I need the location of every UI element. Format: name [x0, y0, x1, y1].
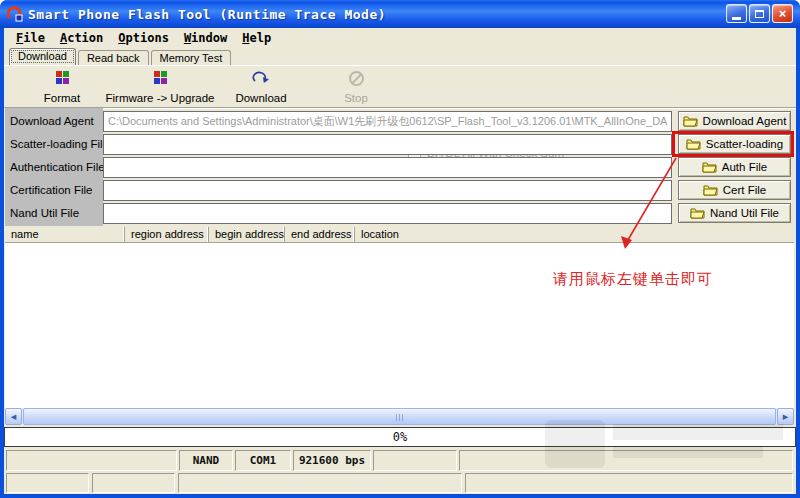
column-header-end-address[interactable]: end address	[285, 227, 355, 242]
folder-icon	[683, 115, 698, 127]
firmware-upgrade-label: Firmware -> Upgrade	[106, 92, 215, 104]
progress-bar: 0%	[4, 427, 796, 447]
minimize-button[interactable]	[726, 4, 747, 23]
stop-icon	[349, 71, 364, 86]
folder-icon	[703, 184, 718, 196]
folder-icon	[686, 138, 701, 150]
menu-item-help[interactable]: Help	[239, 30, 274, 46]
horizontal-scrollbar: ◂ ▸	[5, 408, 794, 425]
download-button[interactable]: Download	[224, 69, 298, 105]
folder-icon	[690, 207, 705, 219]
close-icon: ×	[779, 7, 787, 20]
cert-file-button[interactable]: Cert File	[678, 180, 791, 200]
nand-util-file-button[interactable]: Nand Util File	[678, 203, 791, 223]
minimize-icon	[732, 17, 741, 20]
scatter-loading-input[interactable]	[103, 134, 672, 155]
tab-download[interactable]: Download	[9, 48, 76, 65]
nand-util-input[interactable]	[103, 203, 672, 224]
firmware-upgrade-icon	[154, 71, 167, 84]
menu-item-options[interactable]: Options	[115, 30, 172, 46]
firmware-upgrade-button[interactable]: Firmware -> Upgrade	[103, 69, 217, 105]
annotation-text: 请用鼠标左键单击即可	[553, 270, 713, 289]
chevron-right-icon: ▸	[783, 410, 789, 423]
status2-panel-4	[465, 473, 793, 493]
file-table-header: name region address begin address end ad…	[5, 227, 794, 243]
close-button[interactable]: ×	[772, 4, 793, 23]
menu-item-file[interactable]: File	[13, 30, 48, 46]
stop-label: Stop	[344, 92, 368, 104]
stop-button[interactable]: Stop	[326, 69, 386, 105]
format-icon	[56, 71, 69, 84]
progress-percent: 0%	[393, 430, 407, 444]
scroll-left-button[interactable]: ◂	[5, 408, 22, 425]
download-agent-label: Download Agent	[10, 115, 94, 127]
status2-panel-2	[92, 473, 175, 493]
scroll-track[interactable]	[22, 408, 777, 425]
menu-item-window[interactable]: Window	[181, 30, 230, 46]
menu-item-action[interactable]: Action	[57, 30, 106, 46]
app-icon	[7, 6, 23, 22]
scatter-loading-label: Scatter-loading File	[10, 138, 109, 150]
toolbar: Format Firmware -> Upgrade Download Stop…	[4, 65, 796, 108]
format-label: Format	[44, 92, 80, 104]
menu-bar: File Action Options Window Help	[4, 28, 796, 47]
window-title: Smart Phone Flash Tool (Runtime Trace Mo…	[28, 7, 386, 22]
app-window: Smart Phone Flash Tool (Runtime Trace Mo…	[0, 0, 800, 498]
maximize-button[interactable]	[749, 4, 770, 23]
file-table-body[interactable]	[5, 244, 794, 408]
status-panel-5	[373, 450, 457, 471]
download-agent-button[interactable]: Download Agent	[678, 111, 791, 131]
certification-label: Certification File	[10, 184, 92, 196]
tab-memory-test[interactable]: Memory Test	[151, 50, 232, 65]
scroll-right-button[interactable]: ▸	[777, 408, 794, 425]
status-panel-1	[6, 450, 177, 471]
tab-read-back[interactable]: Read back	[78, 50, 149, 65]
download-icon	[252, 71, 270, 84]
certification-input[interactable]	[103, 180, 672, 201]
column-header-region-address[interactable]: region address	[125, 227, 209, 242]
maximize-icon	[755, 10, 764, 18]
scroll-grip-icon	[396, 414, 404, 421]
chevron-left-icon: ◂	[11, 410, 17, 423]
authentication-label: Authentication File	[10, 161, 105, 173]
column-header-location[interactable]: location	[355, 227, 794, 242]
scroll-thumb[interactable]	[23, 408, 776, 425]
column-header-begin-address[interactable]: begin address	[209, 227, 285, 242]
authentication-input[interactable]	[103, 157, 672, 178]
com-port-panel: COM1	[235, 450, 291, 471]
window-controls: ×	[726, 4, 793, 23]
folder-icon	[702, 161, 717, 173]
scatter-loading-button[interactable]: Scatter-loading	[678, 134, 791, 154]
status-panel-6	[459, 450, 793, 471]
status2-panel-1	[6, 473, 89, 493]
title-bar: Smart Phone Flash Tool (Runtime Trace Mo…	[0, 0, 800, 28]
baud-rate-panel: 921600 bps	[293, 450, 371, 471]
nand-panel: NAND	[179, 450, 233, 471]
auth-file-button[interactable]: Auth File	[678, 157, 791, 177]
format-button[interactable]: Format	[28, 69, 96, 105]
status2-panel-3	[178, 473, 462, 493]
download-label: Download	[235, 92, 286, 104]
nand-util-label: Nand Util File	[10, 207, 79, 219]
download-agent-input[interactable]	[103, 111, 672, 132]
column-header-name[interactable]: name	[5, 227, 125, 242]
tab-bar: Download Read back Memory Test	[9, 48, 233, 65]
